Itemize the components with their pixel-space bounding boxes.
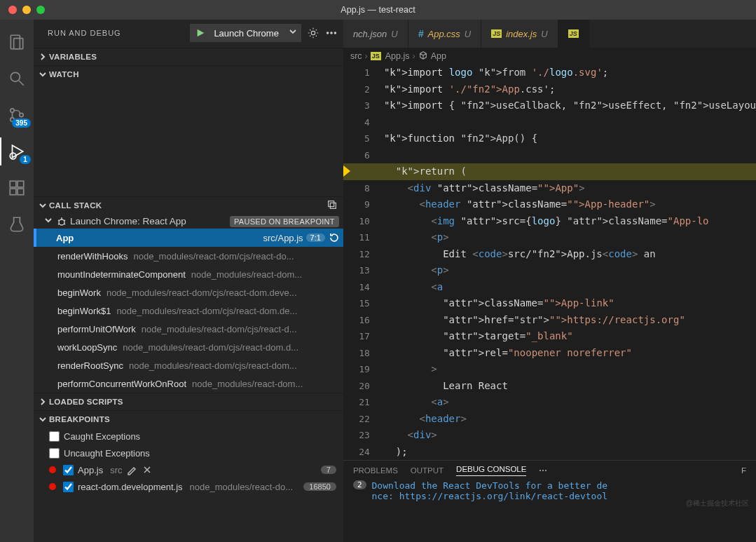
frame-position: 7:1 [306,233,325,242]
tab-app-css[interactable]: # App.css U [408,20,481,48]
watch-section-header[interactable]: WATCH [34,66,343,83]
breakpoint-checkbox[interactable] [63,482,74,492]
run-debug-icon[interactable]: 1 [0,135,34,168]
breakpoint-checkbox[interactable] [63,465,74,475]
chevron-down-icon[interactable] [287,26,298,40]
close-icon[interactable] [142,464,153,475]
scm-badge: 395 [12,118,31,128]
panel-tab-debug-console[interactable]: DEBUG CONSOLE [456,465,526,476]
code-line[interactable] [384,114,756,131]
debug-session-row[interactable]: Launch Chrome: React App PAUSED ON BREAK… [34,214,343,229]
launch-config-name: Launch Chrome [209,28,283,39]
breakpoint-line: 7 [321,466,336,474]
more-icon[interactable]: ⋯ [539,466,547,475]
stack-frame[interactable]: beginWorknode_modules/react-dom/cjs/reac… [34,283,343,302]
more-icon[interactable] [325,27,338,39]
svg-line-24 [58,224,60,224]
code-line[interactable]: ); [384,444,756,461]
chevron-down-icon [36,69,49,79]
code-line[interactable]: <p> [384,262,756,279]
loaded-scripts-section-header[interactable]: LOADED SCRIPTS [34,393,343,410]
code-line[interactable]: "k">return ( [343,163,756,180]
frame-path: node_modules/react-dom/cjs/react-dom.de.… [116,306,297,316]
breakpoint-file-row[interactable]: react-dom.development.jsnode_modules/rea… [34,478,343,495]
explorer-icon[interactable] [0,25,34,59]
testing-icon[interactable] [0,208,34,241]
code-line[interactable]: <a> [384,394,756,411]
svg-line-22 [58,220,60,221]
start-debug-icon[interactable] [195,28,205,38]
line-gutter[interactable]: 123456789101112131415161718192021222324 [343,65,383,460]
code-line[interactable]: "attr">rel="noopener noreferrer" [384,345,756,362]
breadcrumbs[interactable]: src › JS App.js › App [343,48,756,65]
stack-frame[interactable]: beginWork$1node_modules/react-dom/cjs/re… [34,302,343,320]
symbol-icon [418,50,428,62]
code-line[interactable]: <div "attr">className="">App"> [384,180,756,197]
code-line[interactable]: "k">function "fn2">App() { [384,130,756,147]
code-line[interactable]: "attr">target="_blank" [384,328,756,345]
tab-overflow[interactable]: JS [558,20,589,48]
edit-icon[interactable] [126,464,137,475]
close-window-button[interactable] [8,6,17,14]
svg-point-2 [11,72,20,81]
breakpoint-dot-icon [49,483,56,490]
code-line[interactable]: Learn React [384,378,756,395]
code-line[interactable]: "k">import logo "k">from './logo.svg'; [384,65,756,81]
code-line[interactable]: <header> [384,411,756,428]
callstack-section-header[interactable]: CALL STACK [34,197,343,214]
code-line[interactable]: "k">import './"fn2">App.css'; [384,81,756,98]
tab-index-js[interactable]: JS index.js U [481,20,558,48]
caught-checkbox[interactable] [49,431,60,442]
breadcrumb-symbol[interactable]: App [431,51,446,61]
code-line[interactable]: <p> [384,229,756,246]
code-line[interactable]: <a [384,279,756,296]
breakpoint-caught-exceptions[interactable]: Caught Exceptions [34,428,343,445]
code-line[interactable] [384,147,756,164]
tab-modified-indicator: U [541,29,547,39]
variables-section-header[interactable]: VARIABLES [34,48,343,65]
panel-tab-problems[interactable]: PROBLEMS [353,466,398,475]
stack-frame[interactable]: renderRootSyncnode_modules/react-dom/cjs… [34,356,343,374]
code-editor[interactable]: 123456789101112131415161718192021222324 … [343,65,756,460]
breadcrumb-folder[interactable]: src [350,51,362,61]
extensions-icon[interactable] [0,171,34,205]
code-line[interactable]: <div> [384,427,756,444]
code-line[interactable]: "k">import { "fn2">useCallback, "fn2">us… [384,97,756,114]
message-text: Download the React DevTools for a better… [372,480,608,501]
svg-rect-11 [10,189,16,195]
code-line[interactable]: <img "attr">src={logo} "attr">className=… [384,213,756,230]
maximize-window-button[interactable] [36,6,45,14]
window-controls [0,6,45,14]
watch-body[interactable] [34,83,343,196]
code-line[interactable]: Edit <code>src/"fn2">App.js<code> an [384,246,756,263]
breakpoints-section-header[interactable]: BREAKPOINTS [34,411,343,428]
stack-frame[interactable]: Appsrc/App.js7:1 [34,229,343,247]
stack-frame[interactable]: renderWithHooksnode_modules/react-dom/cj… [34,247,343,265]
breakpoint-line: 16850 [303,482,336,491]
code-line[interactable]: <header "attr">className="">App-header"> [384,196,756,213]
search-icon[interactable] [0,62,34,95]
stack-frame[interactable]: performConcurrentWorkOnRootnode_modules/… [34,374,343,393]
stack-frame[interactable]: performUnitOfWorknode_modules/react-dom/… [34,320,343,338]
tab-launch-json[interactable]: nch.json U [343,20,408,48]
minimize-window-button[interactable] [22,6,31,14]
panel-tab-output[interactable]: OUTPUT [411,466,444,475]
uncaught-checkbox[interactable] [49,448,60,459]
stack-frame[interactable]: mountIndeterminateComponentnode_modules/… [34,265,343,283]
breadcrumb-file[interactable]: App.js [385,51,410,61]
code-line[interactable]: "attr">href="str">"">https://reactjs.org… [384,312,756,329]
filter-button[interactable]: F [741,466,746,475]
launch-config-selector[interactable]: Launch Chrome [190,24,301,42]
source-control-icon[interactable]: 395 [0,98,34,132]
breakpoint-uncaught-exceptions[interactable]: Uncaught Exceptions [34,445,343,461]
chevron-down-icon [36,414,49,424]
gear-icon[interactable] [307,27,319,39]
restart-frame-icon[interactable] [328,231,341,244]
svg-point-14 [311,31,315,34]
collapse-all-icon[interactable] [327,199,343,212]
stack-frame[interactable]: workLoopSyncnode_modules/react-dom/cjs/r… [34,338,343,356]
breakpoint-file-row[interactable]: App.jssrc7 [34,461,343,478]
frame-path: node_modules/react-dom/cjs/react-dom.d..… [123,342,298,353]
code-line[interactable]: "attr">className="">App-link" [384,295,756,312]
code-line[interactable]: > [384,361,756,378]
